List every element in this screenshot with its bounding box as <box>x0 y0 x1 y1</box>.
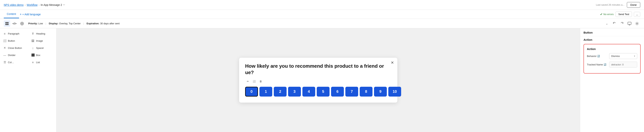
element-box-label: Box <box>36 54 40 56</box>
tab-content-label: Content <box>7 12 16 16</box>
desktop-icon[interactable] <box>626 20 633 27</box>
expiration-label: Expiration: <box>86 22 99 25</box>
element-divider[interactable]: — Divider <box>0 52 28 59</box>
element-paragraph-label: Paragraph <box>8 32 20 35</box>
nps-button-group: 0 1 2 3 4 5 6 7 8 9 10 <box>245 87 391 96</box>
spacer-icon: ↕ <box>31 46 35 50</box>
element-list[interactable]: ≡ List <box>28 59 56 66</box>
breadcrumb-sep2: › <box>38 4 40 6</box>
code-view-icon[interactable]: </> <box>11 20 18 27</box>
behavior-value: Dismiss <box>611 55 620 58</box>
svg-rect-7 <box>628 22 631 24</box>
behavior-chevron-icon: ▾ <box>634 55 635 57</box>
done-button[interactable]: Done <box>627 2 640 8</box>
edit-icon[interactable]: ✏ <box>63 4 65 6</box>
plus-icon: + <box>20 13 22 16</box>
nps-btn-4[interactable]: 4 <box>302 87 315 96</box>
nps-btn-10[interactable]: 10 <box>388 87 401 96</box>
element-close-button[interactable]: ✕ Close Button <box>0 44 28 52</box>
action-section: Action Action Behavior 🔄 Dismiss ▾ Track… <box>580 36 644 74</box>
send-test-button[interactable]: Send Test <box>616 12 632 17</box>
add-language-button[interactable]: + + Add language <box>20 13 41 16</box>
breadcrumb-step1[interactable]: NPS video demo <box>4 4 24 6</box>
nps-btn-8[interactable]: 8 <box>360 87 372 96</box>
element-paragraph[interactable]: ≡ Paragraph <box>0 30 28 37</box>
behavior-refresh-icon[interactable]: 🔄 <box>597 55 600 57</box>
card-close-button[interactable]: ✕ <box>391 61 394 64</box>
breadcrumb: NPS video demo › Workflow › In-App Messa… <box>4 4 65 6</box>
left-panel: ≡ Paragraph T Heading ⬜ Button 🖼 Image ✕… <box>0 28 56 132</box>
no-errors-indicator: ✔ No errors <box>600 12 614 16</box>
tracked-name-value[interactable]: detractor: 0 <box>609 62 637 68</box>
settings-icon[interactable] <box>634 20 640 27</box>
nps-btn-0[interactable]: 0 <box>245 87 258 96</box>
toolbar-right: ⌄ <box>604 20 640 27</box>
nps-btn-7[interactable]: 7 <box>345 87 358 96</box>
right-panel-title: Button <box>580 28 644 36</box>
action-box: Action Behavior 🔄 Dismiss ▾ Tracked Name… <box>584 44 640 74</box>
svg-rect-1 <box>7 22 8 24</box>
main-layout: ≡ Paragraph T Heading ⬜ Button 🖼 Image ✕… <box>0 28 644 132</box>
behavior-label: Behavior 🔄 <box>587 55 608 58</box>
svg-point-6 <box>22 23 22 24</box>
tracked-name-refresh-icon[interactable]: 🔄 <box>604 63 606 66</box>
nps-btn-3[interactable]: 3 <box>288 87 301 96</box>
card-title: How likely are you to recommend this pro… <box>245 63 391 76</box>
target-icon[interactable] <box>19 20 25 27</box>
element-image[interactable]: 🖼 Image <box>28 37 56 44</box>
svg-rect-3 <box>7 24 8 25</box>
element-image-label: Image <box>36 40 43 42</box>
element-heading[interactable]: T Heading <box>28 30 56 37</box>
card-edit-icon[interactable]: ✏ <box>245 79 250 84</box>
behavior-label-text: Behavior <box>587 55 596 58</box>
right-panel: Button Action Action Behavior 🔄 Dismiss … <box>580 28 644 132</box>
nps-btn-2[interactable]: 2 <box>274 87 286 96</box>
tab-content[interactable]: Content <box>4 10 19 18</box>
element-spacer-label: Spacer <box>36 46 44 50</box>
breadcrumb-step3: In-App Message 2 <box>41 4 62 6</box>
element-spacer[interactable]: ↕ Spacer <box>28 44 56 52</box>
add-language-label: + Add language <box>22 13 41 16</box>
action-section-title: Action <box>584 38 640 41</box>
svg-rect-2 <box>6 24 7 25</box>
tracked-name-label: Tracked Name 🔄 <box>587 63 608 66</box>
element-list-label: List <box>36 61 40 64</box>
card-copy-icon[interactable]: ⬜ <box>252 79 257 84</box>
message-card: ✕ How likely are you to recommend this p… <box>239 58 397 102</box>
nps-btn-1[interactable]: 1 <box>260 87 272 96</box>
top-nav: NPS video demo › Workflow › In-App Messa… <box>0 0 644 10</box>
action-box-title: Action <box>587 47 637 50</box>
paragraph-icon: ≡ <box>3 32 6 35</box>
sub-nav: Content + + Add language ✔ No errors Sen… <box>0 10 644 19</box>
nps-btn-6[interactable]: 6 <box>331 87 344 96</box>
box-icon: ⬛ <box>31 53 35 57</box>
nps-btn-5[interactable]: 5 <box>317 87 330 96</box>
element-close-button-label: Close Button <box>8 46 22 50</box>
sub-nav-right: ✔ No errors Send Test ... <box>600 12 640 17</box>
button-icon: ⬜ <box>3 39 6 42</box>
svg-rect-0 <box>6 22 7 24</box>
undo-icon[interactable] <box>611 20 618 27</box>
card-edit-toolbar: ✏ ⬜ 🗑 <box>245 79 391 84</box>
element-button[interactable]: ⬜ Button <box>0 37 28 44</box>
tracked-name-row: Tracked Name 🔄 detractor: 0 <box>587 62 637 68</box>
element-box[interactable]: ⬛ Box <box>28 52 56 59</box>
chevron-down-icon[interactable]: ⌄ <box>604 20 610 27</box>
nps-btn-9[interactable]: 9 <box>374 87 387 96</box>
expiration-value: 30 days after sent <box>100 22 120 25</box>
breadcrumb-step2[interactable]: Workflow <box>27 4 38 6</box>
grid-view-icon[interactable] <box>4 20 10 27</box>
check-icon: ✔ <box>600 12 602 16</box>
close-button-icon: ✕ <box>3 46 6 50</box>
element-divider-label: Divider <box>8 54 16 56</box>
element-col[interactable]: ☰ Col… <box>0 59 28 66</box>
heading-icon: T <box>31 32 35 35</box>
nav-right: Last saved 26 minutes a... Done <box>596 2 640 8</box>
no-errors-label: No errors <box>604 13 614 16</box>
behavior-dropdown[interactable]: Dismiss ▾ <box>609 53 637 59</box>
image-icon: 🖼 <box>31 39 35 42</box>
more-button[interactable]: ... <box>634 12 640 17</box>
card-delete-icon[interactable]: 🗑 <box>258 79 263 84</box>
redo-icon[interactable] <box>619 20 625 27</box>
display-label: Display: <box>49 22 58 25</box>
